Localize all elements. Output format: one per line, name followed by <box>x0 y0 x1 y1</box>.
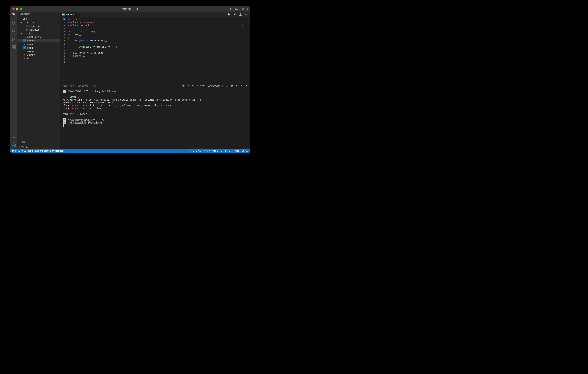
svg-point-22 <box>13 144 14 145</box>
task-error-icon[interactable]: ⓧ <box>221 84 223 87</box>
status-bar: 0 0 clang - Build and debug active file … <box>10 149 251 153</box>
timeline-section[interactable]: 时间线 <box>17 145 60 149</box>
terminal-task-label[interactable]: ▶ C/C++: clang 生成活动文件 ⓧ <box>192 84 223 87</box>
customize-layout-icon[interactable] <box>246 7 249 11</box>
split-editor-icon[interactable] <box>239 13 242 16</box>
accounts-icon[interactable] <box>11 135 16 139</box>
window-title: main.cpp — test <box>122 8 138 10</box>
status-cursor-pos[interactable]: 行 14，列 1 <box>190 150 201 152</box>
status-errors[interactable]: 0 <box>12 150 16 152</box>
svg-point-37 <box>19 151 20 151</box>
sidebar-more-icon[interactable]: ⋯ <box>54 13 57 16</box>
svg-point-10 <box>12 22 15 24</box>
maximize-window[interactable] <box>20 8 22 10</box>
svg-marker-23 <box>228 13 230 16</box>
tree-item-output[interactable]: output <box>17 32 60 35</box>
maximize-panel-icon[interactable] <box>240 84 243 87</box>
run-debug-icon[interactable] <box>11 37 16 42</box>
project-header[interactable]: TEST <box>17 17 60 21</box>
tree-item-Makefile[interactable]: MMakefile <box>17 53 60 57</box>
explorer-icon[interactable] <box>11 13 16 18</box>
source-control-icon[interactable] <box>11 29 16 33</box>
svg-point-21 <box>13 135 14 137</box>
search-icon[interactable] <box>11 21 16 26</box>
status-os[interactable]: Mac <box>235 150 239 152</box>
svg-point-14 <box>14 31 15 32</box>
tree-item-main-o[interactable]: ≡main.o <box>17 49 60 53</box>
debug-config-icon[interactable] <box>233 13 236 16</box>
tab-problems[interactable]: 问题 <box>63 83 67 88</box>
close-panel-icon[interactable] <box>245 84 248 87</box>
svg-rect-20 <box>14 45 15 47</box>
kill-terminal-icon[interactable] <box>231 84 233 87</box>
svg-rect-9 <box>248 9 249 10</box>
svg-point-12 <box>12 30 13 31</box>
svg-rect-6 <box>246 8 247 9</box>
new-terminal-icon[interactable] <box>182 84 185 87</box>
tab-main-cpp[interactable]: C+ main.cpp × <box>60 11 80 17</box>
minimize-window[interactable] <box>16 8 18 10</box>
vscode-window: main.cpp — test 资源管理器 ⋯ <box>10 6 251 153</box>
tree-item-main-exe[interactable]: ≡main.exe <box>17 42 60 46</box>
tree-item-main-cpp[interactable]: Cmain.cpp <box>17 39 60 42</box>
titlebar: main.cpp — test <box>10 6 251 11</box>
editor-tabs: C+ main.cpp × ⋯ <box>60 11 251 17</box>
status-encoding[interactable]: UTF-8 <box>212 150 218 152</box>
settings-gear-icon[interactable] <box>11 142 16 147</box>
svg-marker-15 <box>12 38 15 41</box>
status-feedback-icon[interactable] <box>241 150 244 152</box>
tree-item-launch-json[interactable]: {}launch.json <box>17 24 60 28</box>
outline-section[interactable]: 大纲 <box>17 140 60 145</box>
run-icon[interactable] <box>228 13 231 16</box>
panel-more-icon[interactable]: ⋯ <box>235 85 238 87</box>
svg-rect-1 <box>230 8 231 10</box>
terminal-output[interactable]: * 正在执行任务: C/C++: clang 生成活动文件 正在启动生成... … <box>60 88 251 149</box>
sidebar-title: 资源管理器 <box>20 13 30 16</box>
close-tab-icon[interactable]: × <box>76 13 78 16</box>
activity-bar <box>10 11 17 149</box>
svg-marker-38 <box>26 150 27 151</box>
editor-more-icon[interactable]: ⋯ <box>245 13 248 16</box>
status-eol[interactable]: LF <box>220 150 223 152</box>
tree-item-test[interactable]: ≡test <box>17 57 60 60</box>
status-launch-config[interactable]: clang - Build and debug active file (tes… <box>24 150 64 152</box>
svg-rect-3 <box>235 9 238 10</box>
tab-debug-console[interactable]: 调试控制台 <box>78 83 88 88</box>
toggle-panel-icon[interactable] <box>235 7 238 11</box>
svg-rect-8 <box>246 9 247 10</box>
explorer-sidebar: 资源管理器 ⋯ TEST .vscode{}launch.json{}tasks… <box>17 11 60 149</box>
cpp-icon: C+ <box>62 13 65 16</box>
svg-rect-18 <box>12 47 13 49</box>
svg-point-16 <box>12 40 13 41</box>
svg-rect-19 <box>14 47 15 49</box>
tree-item-test-exe-dSYM[interactable]: test.exe.dSYM <box>17 35 60 39</box>
terminal-dropdown-icon[interactable] <box>187 84 190 87</box>
breadcrumb[interactable]: C+ main.cpp › … <box>60 17 251 21</box>
bottom-panel: 问题 输出 调试控制台 终端 ▶ C/C++: clang 生成活动文件 ⓧ <box>60 83 251 149</box>
toggle-primary-sidebar-icon[interactable] <box>230 7 233 11</box>
svg-point-13 <box>12 32 13 33</box>
svg-line-11 <box>14 24 15 25</box>
tree-item-main-h[interactable]: Cmain.h <box>17 46 60 49</box>
tree-item-tasks-json[interactable]: {}tasks.json <box>17 28 60 32</box>
minimap[interactable] <box>242 22 248 27</box>
task-icon: ▶ <box>192 85 194 87</box>
status-language[interactable]: C++ <box>229 150 233 152</box>
extensions-icon[interactable] <box>11 45 16 49</box>
tab-output[interactable]: 输出 <box>70 83 74 88</box>
code-editor[interactable]: 1234567891011121314 #include <iostream>#… <box>60 21 251 83</box>
svg-point-24 <box>234 14 235 15</box>
svg-rect-17 <box>12 45 13 47</box>
status-spaces[interactable]: 空格: 4 <box>204 150 210 152</box>
status-braces[interactable]: {} <box>225 150 227 152</box>
close-window[interactable] <box>12 8 15 10</box>
svg-rect-4 <box>241 8 243 10</box>
toggle-secondary-sidebar-icon[interactable] <box>241 7 244 11</box>
tree-item--vscode[interactable]: .vscode <box>17 21 60 24</box>
file-tree: .vscode{}launch.json{}tasks.jsonoutputte… <box>17 21 60 140</box>
status-bell-icon[interactable] <box>246 150 249 152</box>
svg-rect-7 <box>248 8 249 9</box>
status-warnings[interactable]: 0 <box>18 150 22 152</box>
split-terminal-icon[interactable] <box>226 84 228 87</box>
tab-terminal[interactable]: 终端 <box>92 83 96 88</box>
